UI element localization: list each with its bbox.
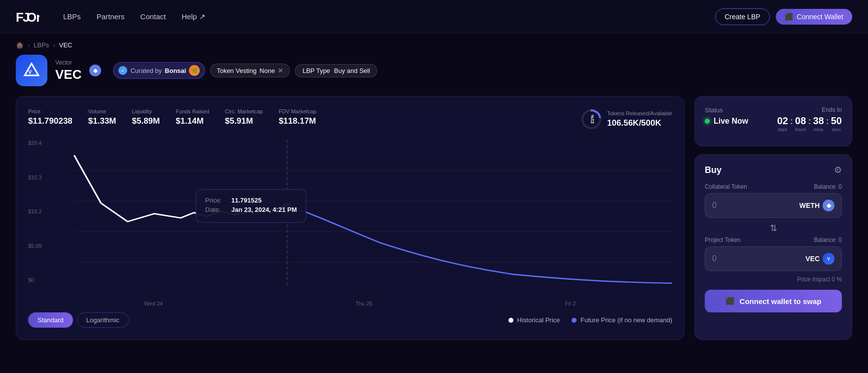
nav-partners[interactable]: Partners: [97, 12, 125, 21]
vesting-badge: Token Vesting None ✕: [210, 64, 290, 77]
token-logo: V: [16, 55, 47, 86]
weth-label: WETH: [799, 202, 820, 209]
nav-help[interactable]: Help ↗: [181, 12, 206, 21]
eth-icon: ◆: [93, 67, 98, 74]
nav-links: LBPs Partners Contact Help ↗: [63, 12, 715, 21]
tooltip-price-value: 11.791525: [231, 197, 261, 204]
svg-text:V: V: [28, 69, 32, 75]
tooltip-date-label: Date:: [205, 206, 227, 213]
swap-icon[interactable]: ⇅: [705, 223, 842, 234]
tooltip-date-value: Jan 23, 2024, 4:21 PM: [231, 206, 297, 213]
chart-svg: [28, 140, 672, 293]
legend-future: Future Price (if no new demand): [572, 316, 672, 324]
project-labels: Project Token Balance: 0: [705, 237, 842, 243]
lbp-label: LBP Type: [302, 67, 330, 74]
main-content: Price $11.790238 Volume $1.33M Liquidity…: [0, 96, 868, 352]
buy-card: Buy ⚙ Collateral Token Balance: 0 WETH ◆: [694, 154, 852, 340]
token-name: VEC: [55, 67, 81, 82]
lbp-value: Buy and Sell: [334, 67, 370, 74]
vesting-label: Token Vesting: [217, 67, 256, 74]
project-input-group: Project Token Balance: 0 VEC V: [705, 237, 842, 271]
collateral-selector[interactable]: WETH ◆: [799, 200, 834, 211]
project-label: Project Token: [705, 237, 741, 243]
bonsai-label: Bonsai: [165, 67, 186, 74]
vec-label: VEC: [805, 255, 820, 263]
gear-icon[interactable]: ⚙: [834, 165, 842, 175]
countdown-hours: 08 hours: [795, 115, 806, 132]
collateral-input-box: WETH ◆: [705, 193, 842, 218]
countdown-mins: 38 mins: [813, 115, 824, 132]
project-input[interactable]: [712, 254, 805, 263]
historical-dot: [508, 318, 513, 323]
connect-wallet-swap-button[interactable]: ⬛ Connect wallet to swap: [705, 290, 842, 312]
countdown: 02 days : 08 hours : 38 mins: [777, 115, 842, 132]
curated-badge: ✓ Curated by Bonsai 🌿: [113, 62, 205, 79]
countdown-days: 02 days: [777, 115, 788, 132]
check-icon: ✓: [118, 66, 127, 75]
price-impact: Price Impact 0 %: [705, 276, 842, 283]
wallet-swap-icon: ⬛: [725, 297, 735, 305]
countdown-sep-1: :: [790, 115, 793, 127]
weth-icon: ◆: [823, 200, 834, 211]
nav-actions: Create LBP ⬛ Connect Wallet: [715, 8, 852, 25]
curated-by-label: Curated by: [130, 67, 162, 74]
countdown-secs: 50 secs: [831, 115, 842, 132]
network-badge: ◆: [89, 65, 101, 76]
vec-icon: V: [823, 253, 834, 265]
svg-text:21%: 21%: [590, 115, 595, 124]
close-icon[interactable]: ✕: [278, 67, 284, 74]
collateral-label: Collateral Token: [705, 183, 747, 190]
connect-wallet-button[interactable]: ⬛ Connect Wallet: [776, 9, 852, 25]
tooltip-price-label: Price:: [205, 197, 227, 204]
status-label: Status: [705, 106, 748, 114]
chart-area: $20.4 $15.3 $10.2 $5.09 $0: [28, 140, 672, 293]
token-label: Vector: [55, 59, 81, 66]
external-link-icon: ↗: [199, 12, 206, 21]
collateral-input[interactable]: [712, 201, 799, 210]
live-dot: [705, 119, 710, 124]
breadcrumb-sep-1: ›: [28, 41, 30, 49]
countdown-sep-2: :: [808, 115, 811, 127]
create-lbp-button[interactable]: Create LBP: [715, 8, 769, 25]
token-info: Vector VEC: [55, 59, 81, 82]
future-dot: [572, 318, 577, 323]
logo[interactable]: FJ Ord: [16, 9, 39, 25]
circle-progress: 21%: [580, 108, 602, 130]
bonsai-avatar: 🌿: [189, 65, 200, 76]
token-header: V Vector VEC ◆ ✓ Curated by Bonsai 🌿 Tok…: [0, 55, 868, 96]
chart-tooltip: Price: 11.791525 Date: Jan 23, 2024, 4:2…: [196, 189, 306, 223]
breadcrumb: 🏠 › LBPs › VEC: [0, 34, 868, 55]
stat-liquidity: Liquidity $5.89M: [132, 108, 160, 126]
right-panel: Status Live Now Ends In 02 days :: [694, 96, 852, 340]
project-balance: Balance: 0: [814, 237, 842, 243]
countdown-sep-3: :: [826, 115, 829, 127]
svg-text:Ord: Ord: [27, 10, 39, 25]
buy-title: Buy: [705, 165, 722, 175]
chart-type-buttons: Standard Logarithmic: [28, 312, 129, 328]
collateral-labels: Collateral Token Balance: 0: [705, 183, 842, 190]
home-icon[interactable]: 🏠: [16, 41, 24, 49]
stat-volume: Volume $1.33M: [88, 108, 116, 126]
buy-header: Buy ⚙: [705, 165, 842, 175]
navbar: FJ Ord LBPs Partners Contact Help ↗ Crea…: [0, 0, 868, 34]
logarithmic-chart-button[interactable]: Logarithmic: [77, 312, 129, 328]
stat-funds: Funds Raised $1.14M: [176, 108, 209, 126]
standard-chart-button[interactable]: Standard: [28, 312, 73, 328]
chart-controls-bottom: Standard Logarithmic Historical Price Fu…: [28, 312, 672, 328]
stat-price: Price $11.790238: [28, 108, 72, 126]
wallet-icon: ⬛: [785, 13, 793, 21]
nav-contact[interactable]: Contact: [141, 12, 166, 21]
chart-legend: Historical Price Future Price (if no new…: [508, 316, 672, 324]
nav-lbps[interactable]: LBPs: [63, 12, 81, 21]
token-badges: ✓ Curated by Bonsai 🌿 Token Vesting None…: [113, 62, 377, 79]
stats-row: Price $11.790238 Volume $1.33M Liquidity…: [28, 108, 672, 130]
y-axis-labels: $20.4 $15.3 $10.2 $5.09 $0: [28, 140, 42, 293]
legend-historical: Historical Price: [508, 316, 560, 324]
breadcrumb-lbps[interactable]: LBPs: [34, 41, 49, 49]
collateral-balance: Balance: 0: [814, 183, 842, 190]
status-header: Status Live Now Ends In 02 days :: [705, 106, 842, 132]
status-right: Ends In 02 days : 08 hours : 3: [777, 106, 842, 132]
status-card: Status Live Now Ends In 02 days :: [694, 96, 852, 146]
vesting-value: None: [259, 67, 275, 74]
project-selector[interactable]: VEC V: [805, 253, 834, 265]
